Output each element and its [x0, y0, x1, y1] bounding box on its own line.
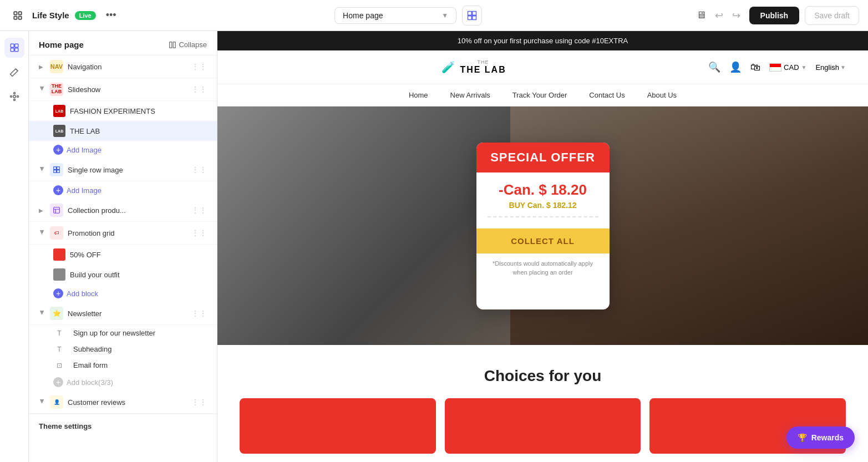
rail-pages-icon[interactable]: [4, 38, 24, 58]
nav-arrivals[interactable]: New Arrivals: [450, 91, 490, 99]
section-row-slideshow[interactable]: ▶ THELAB Slideshow ⋮⋮: [29, 78, 217, 101]
subitem-subheading[interactable]: T Subheading: [29, 341, 217, 357]
store-name: Life Style: [32, 11, 69, 20]
sidebar: Home page Collapse ▶ NAV Navigation ⋮⋮: [29, 31, 217, 462]
search-icon[interactable]: 🔍: [708, 61, 720, 73]
section-newsletter: ▶ ⭐ Newsletter ⋮⋮ T Sign up for our news…: [29, 302, 217, 391]
svg-rect-6: [468, 16, 472, 19]
save-draft-button[interactable]: Save draft: [805, 6, 859, 25]
currency-selector[interactable]: CAD ▼: [769, 63, 806, 72]
popup-mid: -Can. $ 18.20 BUY Can. $ 182.12: [476, 172, 610, 229]
popup-close-area: ✕: [476, 281, 610, 309]
subitem-build-outfit[interactable]: Build your outfit: [29, 265, 217, 285]
subitem-signup[interactable]: T Sign up for our newsletter: [29, 325, 217, 341]
slideshow-subitems: LAB FASHION EXPERIMENTS LAB THE LAB + Ad…: [29, 101, 217, 159]
svg-point-14: [13, 99, 15, 101]
drag-handle[interactable]: ⋮⋮: [191, 398, 207, 407]
section-row-single[interactable]: ▶ Single row image ⋮⋮: [29, 159, 217, 181]
collapse-button[interactable]: Collapse: [169, 40, 207, 49]
section-icon-promotion: 🏷: [50, 226, 63, 240]
section-collection: ▶ Collection produ... ⋮⋮: [29, 199, 217, 222]
section-label-navigation: Navigation: [68, 63, 187, 71]
svg-rect-21: [54, 170, 57, 173]
nav-about[interactable]: About Us: [647, 91, 677, 99]
rewards-button[interactable]: 🏆 Rewards: [786, 427, 855, 449]
section-icon-newsletter: ⭐: [50, 307, 63, 320]
section-navigation: ▶ NAV Navigation ⋮⋮: [29, 55, 217, 78]
subitem-thelab[interactable]: LAB THE LAB: [29, 121, 217, 141]
section-row-promotion[interactable]: ▶ 🏷 Promotion grid ⋮⋮: [29, 222, 217, 245]
logo-text-block: THE THE LAB: [460, 59, 506, 75]
svg-rect-11: [14, 48, 18, 52]
logo-name: THE LAB: [460, 65, 506, 75]
language-label: English: [815, 63, 839, 72]
language-selector[interactable]: English ▼: [815, 63, 846, 72]
svg-rect-9: [14, 44, 18, 47]
svg-rect-5: [473, 11, 476, 15]
subitem-email-form[interactable]: ⊡ Email form: [29, 357, 217, 373]
add-image-slideshow[interactable]: + Add Image: [29, 141, 217, 159]
chevron-icon: ▶: [39, 230, 45, 236]
more-options-button[interactable]: •••: [101, 7, 121, 23]
back-button[interactable]: [9, 7, 27, 24]
drag-handle[interactable]: ⋮⋮: [191, 229, 207, 237]
text-icon: T: [53, 346, 65, 353]
account-icon[interactable]: 👤: [729, 61, 742, 73]
svg-rect-22: [57, 170, 60, 173]
section-row-collection[interactable]: ▶ Collection produ... ⋮⋮: [29, 199, 217, 222]
rail-apps-icon[interactable]: [4, 87, 24, 106]
drag-handle[interactable]: ⋮⋮: [191, 309, 207, 318]
add-image-single[interactable]: + Add Image: [29, 181, 217, 199]
subitem-fashion[interactable]: LAB FASHION EXPERIMENTS: [29, 101, 217, 121]
section-label-newsletter: Newsletter: [68, 309, 187, 318]
subitem-fifty-off[interactable]: 50% OFF: [29, 245, 217, 265]
undo-button[interactable]: ↩: [712, 7, 727, 24]
form-icon: ⊡: [53, 362, 65, 369]
logo-icon: 🧪: [441, 60, 455, 74]
choice-card-2: [445, 398, 641, 454]
choices-section: Choices for you: [217, 345, 868, 462]
add-block-newsletter[interactable]: + Add block(3/3): [29, 373, 217, 391]
svg-rect-20: [57, 167, 60, 170]
subitem-label-thelab: THE LAB: [70, 127, 100, 135]
section-row-customer[interactable]: ▶ 👤 Customer reviews ⋮⋮: [29, 391, 217, 414]
drag-handle[interactable]: ⋮⋮: [191, 62, 207, 71]
popup-disclaimer: *Discounts would automatically applywhen…: [476, 253, 610, 281]
popup-price: -Can. $ 18.20: [488, 181, 598, 199]
section-icon-navigation: NAV: [50, 60, 63, 73]
chevron-icon: ▶: [39, 310, 45, 317]
grid-view-button[interactable]: [462, 6, 482, 26]
page-selector[interactable]: Home page ▼: [334, 7, 456, 24]
subitem-icon-thelab: LAB: [53, 125, 65, 137]
redo-button[interactable]: ↪: [729, 7, 744, 24]
rewards-label: Rewards: [811, 433, 844, 442]
drag-handle[interactable]: ⋮⋮: [191, 165, 207, 174]
collect-all-button[interactable]: COLLECT ALL: [476, 229, 610, 253]
store-header: 🧪 THE THE LAB 🔍 👤 🛍: [217, 50, 868, 84]
section-row-newsletter[interactable]: ▶ ⭐ Newsletter ⋮⋮: [29, 302, 217, 325]
popup-close-button[interactable]: ✕: [534, 285, 552, 303]
theme-settings[interactable]: Theme settings: [29, 414, 217, 438]
rail-wand-icon[interactable]: [4, 62, 24, 82]
chevron-icon: ▶: [39, 207, 45, 214]
add-block-promo[interactable]: + Add block: [29, 285, 217, 302]
nav-contact[interactable]: Contact Us: [589, 91, 625, 99]
svg-point-12: [13, 95, 16, 98]
svg-rect-4: [468, 11, 472, 15]
currency-chevron: ▼: [801, 64, 807, 70]
add-block-newsletter-label: Add block(3/3): [67, 378, 113, 387]
drag-handle[interactable]: ⋮⋮: [191, 85, 207, 94]
plus-icon: +: [53, 145, 63, 155]
section-row-navigation[interactable]: ▶ NAV Navigation ⋮⋮: [29, 55, 217, 78]
monitor-icon: 🖥: [696, 9, 706, 21]
publish-button[interactable]: Publish: [749, 7, 800, 24]
nav-track[interactable]: Track Your Order: [512, 91, 567, 99]
cart-icon[interactable]: 🛍: [750, 62, 760, 73]
section-promotion: ▶ 🏷 Promotion grid ⋮⋮ 50% OFF Build your…: [29, 222, 217, 302]
promotion-subitems: 50% OFF Build your outfit + Add block: [29, 245, 217, 302]
svg-rect-3: [19, 16, 22, 19]
drag-handle[interactable]: ⋮⋮: [191, 206, 207, 215]
currency-label: CAD: [784, 63, 799, 72]
nav-home[interactable]: Home: [409, 91, 428, 99]
section-slideshow: ▶ THELAB Slideshow ⋮⋮ LAB FASHION EXPERI…: [29, 78, 217, 159]
